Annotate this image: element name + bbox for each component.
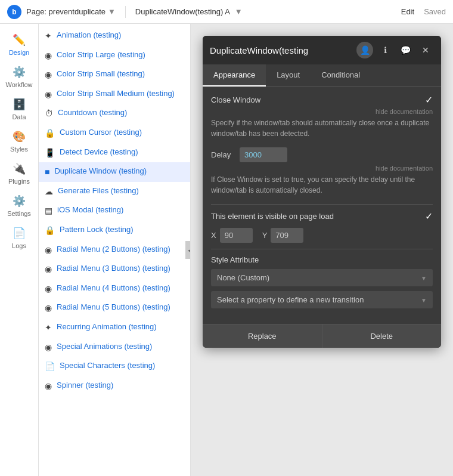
plugin-icon-color_strip_small: ◉ <box>45 69 52 81</box>
visibility-check[interactable]: ✓ <box>425 211 433 222</box>
plugin-item-special_animations[interactable]: ◉ Special Animations (testing) <box>39 338 190 357</box>
tab-conditional[interactable]: Conditional <box>311 64 371 86</box>
sidebar-item-settings[interactable]: ⚙️ Settings <box>0 190 38 222</box>
style-attribute-select[interactable]: None (Custom) Primary Secondary <box>211 269 433 286</box>
plugin-name-special_characters: Special Characters (testing) <box>60 360 155 371</box>
plugin-icon-radial_5: ◉ <box>45 302 52 314</box>
topbar-actions: Edit Saved <box>401 7 446 16</box>
plugin-item-radial_4[interactable]: ◉ Radial Menu (4 Buttons) (testing) <box>39 279 190 299</box>
plugins-icon: 🔌 <box>13 162 26 175</box>
plugin-icon-radial_3: ◉ <box>45 264 52 276</box>
plugin-item-animation[interactable]: ✦ Animation (testing) <box>39 26 190 46</box>
close-button[interactable]: ✕ <box>417 42 434 58</box>
sidebar-label-data: Data <box>12 113 26 120</box>
delete-button[interactable]: Delete <box>322 324 442 348</box>
plugin-item-pattern_lock[interactable]: 🔒 Pattern Lock (testing) <box>39 221 190 240</box>
plugin-item-detect_device[interactable]: 📱 Detect Device (testing) <box>39 143 190 163</box>
sidebar-item-data[interactable]: 🗄️ Data <box>0 93 38 125</box>
window-selector[interactable]: DuplicateWindow(testing) A ▼ <box>135 7 243 16</box>
plugin-item-recurring_animation[interactable]: ✦ Recurring Animation (testing) <box>39 318 190 338</box>
sidebar-label-workflow: Workflow <box>5 81 32 88</box>
sidebar-item-logs[interactable]: 📄 Logs <box>0 222 38 254</box>
plugin-icon-spinner: ◉ <box>45 381 52 392</box>
delay-input[interactable] <box>240 147 287 162</box>
sidebar-item-design[interactable]: ✏️ Design <box>0 29 38 61</box>
transition-select[interactable]: Select a property to define a new transi… <box>211 291 433 308</box>
panel-tabs: Appearance Layout Conditional <box>203 64 441 87</box>
delay-doc-link[interactable]: hide documentation <box>211 165 433 172</box>
sidebar-item-workflow[interactable]: ⚙️ Workflow <box>0 61 38 93</box>
panel-content: Close Window ✓ hide documentation Specif… <box>203 87 441 324</box>
info-icon-button[interactable]: ℹ <box>377 42 393 58</box>
plugin-list: ✦ Animation (testing) ◉ Color Strip Larg… <box>39 24 191 476</box>
plugin-name-color_strip_small_medium: Color Strip Small Medium (testing) <box>57 88 175 99</box>
plugin-name-custom_cursor: Custom Cursor (testing) <box>60 127 142 138</box>
sidebar-item-styles[interactable]: 🎨 Styles <box>0 125 38 157</box>
plugin-item-radial_3[interactable]: ◉ Radial Menu (3 Buttons) (testing) <box>39 259 190 279</box>
x-input[interactable] <box>220 228 253 243</box>
page-label: Page: preventduplicate <box>26 7 106 16</box>
tab-layout[interactable]: Layout <box>266 64 311 86</box>
plugin-icon-recurring_animation: ✦ <box>45 322 52 334</box>
close-window-description: Specify if the window/tab should automat… <box>211 118 433 139</box>
separator-1 <box>211 204 433 205</box>
plugin-item-duplicate_window[interactable]: ■ Duplicate Window (testing) <box>39 162 190 182</box>
plugin-item-color_strip_small[interactable]: ◉ Color Strip Small (testing) <box>39 65 190 85</box>
plugin-item-radial_5[interactable]: ◉ Radial Menu (5 Buttons) (testing) <box>39 298 190 318</box>
close-window-section: Close Window ✓ hide documentation Specif… <box>211 94 433 139</box>
panel-area: DuplicateWindow(testing 👤 ℹ 💬 ✕ <box>191 24 453 476</box>
plugin-item-generate_files[interactable]: ☁ Generate Files (testing) <box>39 182 190 202</box>
plugin-icon-special_animations: ◉ <box>45 342 52 354</box>
sidebar-label-logs: Logs <box>12 242 26 249</box>
plugin-icon-animation: ✦ <box>45 30 52 42</box>
plugin-name-radial_3: Radial Menu (3 Buttons) (testing) <box>57 263 170 274</box>
close-window-doc-link[interactable]: hide documentation <box>211 108 433 115</box>
plugin-name-color_strip_small: Color Strip Small (testing) <box>57 69 145 79</box>
plugin-icon-ios_modal: ▤ <box>45 205 52 217</box>
sidebar-item-plugins[interactable]: 🔌 Plugins <box>0 157 38 190</box>
plugin-item-spinner[interactable]: ◉ Spinner (testing) <box>39 376 190 396</box>
plugin-name-pattern_lock: Pattern Lock (testing) <box>60 224 134 235</box>
page-dropdown-icon[interactable]: ▼ <box>108 7 116 16</box>
page-selector[interactable]: Page: preventduplicate ▼ <box>26 7 116 16</box>
delay-label: Delay <box>211 150 235 159</box>
plugin-icon-custom_cursor: 🔒 <box>45 128 55 140</box>
chat-icon-button[interactable]: 💬 <box>397 42 414 58</box>
plugin-icon-radial_4: ◉ <box>45 283 52 295</box>
y-input[interactable] <box>271 228 303 243</box>
plugin-name-color_strip_large: Color Strip Large (testing) <box>57 50 145 60</box>
delay-section: Delay hide documentation If Close Window… <box>211 147 433 196</box>
plugin-item-countdown[interactable]: ⏱ Countdown (testing) <box>39 104 190 123</box>
sidebar-label-plugins: Plugins <box>8 178 30 185</box>
plugin-item-color_strip_small_medium[interactable]: ◉ Color Strip Small Medium (testing) <box>39 85 190 104</box>
plugin-icon-special_characters: 📄 <box>45 361 55 373</box>
close-window-check[interactable]: ✓ <box>425 94 433 106</box>
edit-button[interactable]: Edit <box>401 7 414 16</box>
delay-row: Delay <box>211 147 433 162</box>
collapse-handle[interactable]: ◀ <box>185 241 191 259</box>
tab-appearance[interactable]: Appearance <box>203 64 266 86</box>
plugin-name-generate_files: Generate Files (testing) <box>58 186 139 196</box>
window-dropdown-icon[interactable]: ▼ <box>235 7 243 16</box>
info-icon: ℹ <box>384 45 387 55</box>
plugin-item-custom_cursor[interactable]: 🔒 Custom Cursor (testing) <box>39 123 190 143</box>
plugin-item-special_characters[interactable]: 📄 Special Characters (testing) <box>39 357 190 376</box>
x-label: X <box>211 231 216 240</box>
plugin-name-spinner: Spinner (testing) <box>57 380 113 391</box>
plugin-item-radial_2[interactable]: ◉ Radial Menu (2 Buttons) (testing) <box>39 240 190 260</box>
transition-wrapper: Select a property to define a new transi… <box>211 291 433 308</box>
y-label: Y <box>262 231 268 240</box>
user-icon: 👤 <box>360 45 370 55</box>
design-icon: ✏️ <box>13 33 26 47</box>
plugin-name-recurring_animation: Recurring Animation (testing) <box>57 322 157 332</box>
sidebar-label-styles: Styles <box>10 146 28 153</box>
x-coord-group: X <box>211 228 253 243</box>
plugin-item-color_strip_large[interactable]: ◉ Color Strip Large (testing) <box>39 46 190 66</box>
visibility-label: This element is visible on page load <box>211 212 334 221</box>
styles-icon: 🎨 <box>13 130 26 143</box>
replace-button[interactable]: Replace <box>203 324 322 348</box>
plugin-icon-radial_2: ◉ <box>45 245 52 256</box>
settings-icon: ⚙️ <box>13 194 26 208</box>
user-icon-button[interactable]: 👤 <box>356 42 373 58</box>
plugin-item-ios_modal[interactable]: ▤ iOS Modal (testing) <box>39 201 190 221</box>
